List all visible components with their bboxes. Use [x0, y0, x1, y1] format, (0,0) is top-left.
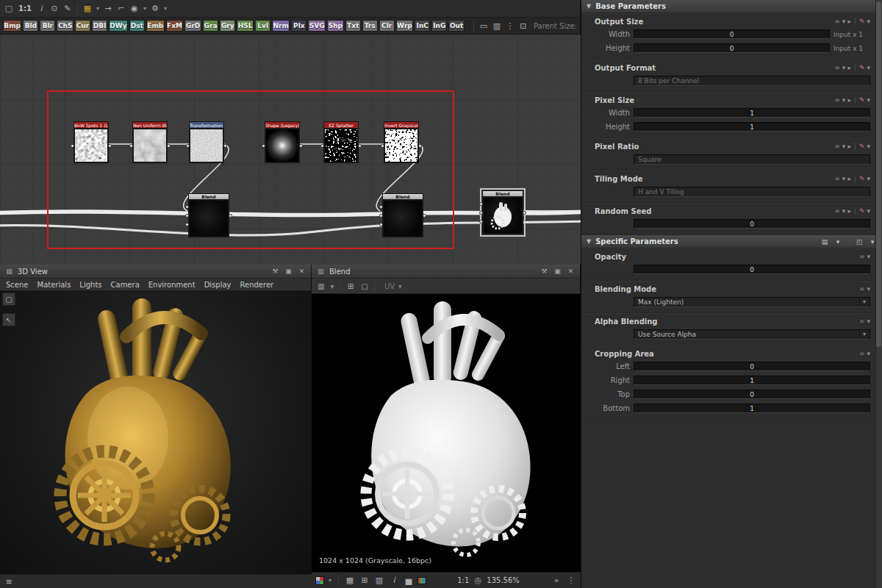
input-port[interactable]: [379, 223, 383, 226]
node-type-gra[interactable]: Gra: [203, 20, 218, 32]
node-type-dwy[interactable]: DWy: [109, 20, 128, 32]
graph-node-ez-splatter[interactable]: EZ Splatter: [323, 121, 359, 163]
output-port[interactable]: [108, 144, 112, 148]
3d-view-header[interactable]: ▧ 3D View ⚒ ▣ ✕: [0, 265, 311, 279]
panel-options-icon[interactable]: ⚒: [270, 265, 280, 278]
output-port[interactable]: [299, 144, 303, 148]
random-seed-slider[interactable]: 0: [634, 219, 870, 229]
float-panel-icon[interactable]: ▣: [553, 265, 562, 278]
node-type-plx[interactable]: Plx: [291, 20, 306, 32]
node-type-inc[interactable]: InC: [415, 20, 430, 32]
pixel-ratio-dropdown[interactable]: Square: [634, 154, 870, 165]
edit-icon[interactable]: ✎: [859, 64, 865, 71]
output-port[interactable]: [358, 144, 362, 148]
input-port[interactable]: [185, 223, 189, 226]
dropdown-icon[interactable]: ▾: [95, 2, 101, 15]
link-icon[interactable]: ∞: [859, 318, 865, 325]
input-port[interactable]: [379, 214, 383, 218]
menu-lights[interactable]: Lights: [79, 281, 101, 289]
link-icon[interactable]: ∞: [834, 175, 840, 182]
image-frame-icon[interactable]: ▥: [491, 19, 503, 32]
uv-mode-label[interactable]: UV: [384, 282, 395, 290]
output-port[interactable]: [223, 144, 227, 148]
node-type-trs[interactable]: Trs: [362, 20, 378, 32]
dropdown-icon[interactable]: ▾: [842, 96, 846, 104]
dropdown-icon[interactable]: ▾: [867, 64, 870, 71]
preset-folder-icon[interactable]: ◰: [855, 235, 864, 248]
dropdown-icon[interactable]: ▾: [329, 279, 335, 293]
zoom-icon[interactable]: ⊙: [49, 2, 60, 15]
node-type-dbl[interactable]: DBl: [92, 20, 107, 32]
node-type-fxm[interactable]: FxM: [166, 20, 184, 32]
node-type-lvl[interactable]: Lvl: [255, 20, 270, 32]
input-port[interactable]: [129, 144, 133, 148]
dropdown-icon[interactable]: ▾: [842, 143, 846, 150]
cursor-icon[interactable]: ↖: [2, 313, 15, 326]
dropdown-icon[interactable]: ▾: [327, 574, 333, 587]
checker-background-icon[interactable]: ▦: [344, 574, 356, 587]
expand-icon[interactable]: ▸: [847, 143, 851, 150]
alpha-blending-dropdown[interactable]: Use Source Alpha ▾: [634, 329, 870, 340]
graph-node-blend-selected[interactable]: Blend: [482, 190, 523, 234]
dropdown-icon[interactable]: ▾: [833, 235, 842, 248]
close-icon[interactable]: ✕: [297, 265, 306, 278]
more-options-icon[interactable]: ⋮: [565, 574, 577, 587]
node-type-emb[interactable]: Emb: [146, 20, 165, 32]
output-port[interactable]: [167, 144, 171, 148]
graph-node-non-uniform-blur[interactable]: Non Uniform Blur ...: [132, 121, 168, 163]
link-icon[interactable]: ∞: [859, 285, 865, 293]
actual-size-button[interactable]: 1:1: [16, 4, 34, 12]
node-type-hsl[interactable]: HSL: [237, 20, 254, 32]
info-icon[interactable]: i: [388, 574, 400, 587]
node-type-clr[interactable]: Clr: [379, 20, 395, 32]
graph-node-shape-legacy[interactable]: Shape (Legacy): [265, 121, 300, 163]
input-port[interactable]: [185, 205, 189, 209]
menu-renderer[interactable]: Renderer: [240, 281, 274, 289]
node-type-bld[interactable]: Bld: [23, 20, 38, 32]
graph-node-blend-2[interactable]: Blend: [382, 193, 423, 237]
edit-icon[interactable]: ✎: [859, 175, 865, 182]
expand-icon[interactable]: ▸: [847, 96, 851, 104]
fit-view-icon[interactable]: ◎: [472, 574, 484, 587]
node-type-chs[interactable]: ChS: [57, 20, 74, 32]
node-type-bmp[interactable]: Bmp: [3, 20, 21, 32]
output-port[interactable]: [229, 214, 232, 218]
tiling-mode-dropdown[interactable]: H and V Tiling: [634, 187, 870, 197]
link-icon[interactable]: ∞: [834, 18, 840, 25]
close-icon[interactable]: ✕: [566, 265, 576, 278]
grid-icon[interactable]: ⊞: [345, 279, 356, 293]
output-height-input[interactable]: 0: [634, 43, 830, 53]
graph-node-bnw-spots[interactable]: BnW Spots 1 (Lega...: [74, 121, 109, 163]
node-type-cur[interactable]: Cur: [75, 20, 90, 32]
texture-icon[interactable]: ▥: [315, 279, 327, 293]
levels-icon[interactable]: [417, 577, 426, 584]
expand-icon[interactable]: ▸: [847, 175, 851, 182]
specific-parameters-header[interactable]: ▼ Specific Parameters ▤ ▾ ◰ ▾: [581, 235, 882, 248]
drop-icon[interactable]: ◉: [129, 2, 140, 15]
channel-select-icon[interactable]: [315, 576, 324, 585]
gear-icon[interactable]: ⚙: [149, 2, 161, 15]
menu-scene[interactable]: Scene: [6, 281, 29, 289]
link-icon[interactable]: ∞: [834, 96, 840, 104]
node-type-shp[interactable]: Shp: [327, 20, 344, 32]
dropdown-icon[interactable]: ▾: [142, 2, 148, 15]
input-port[interactable]: [479, 211, 483, 215]
dropdown-icon[interactable]: ▾: [867, 318, 870, 325]
pixel-height-slider[interactable]: 1: [634, 122, 870, 132]
expand-icon[interactable]: ▸: [847, 207, 851, 215]
output-port[interactable]: [423, 214, 426, 218]
dropdown-icon[interactable]: ▾: [162, 2, 168, 15]
input-port[interactable]: [71, 144, 74, 148]
3d-viewport[interactable]: ▢ ↖: [0, 291, 312, 574]
crop-bottom-slider[interactable]: 1: [634, 404, 870, 413]
menu-camera[interactable]: Camera: [111, 281, 140, 289]
dropdown-icon[interactable]: ▾: [867, 96, 870, 104]
output-port[interactable]: [523, 211, 526, 215]
output-width-input[interactable]: 0: [634, 29, 830, 39]
input-port[interactable]: [320, 144, 324, 148]
output-format-dropdown[interactable]: 8 Bits per Channel: [634, 76, 870, 86]
edit-icon[interactable]: ✎: [859, 96, 865, 104]
expand-bar-icon[interactable]: »: [551, 574, 562, 587]
input-port[interactable]: [185, 214, 189, 218]
node-type-dst[interactable]: Dst: [129, 20, 145, 32]
